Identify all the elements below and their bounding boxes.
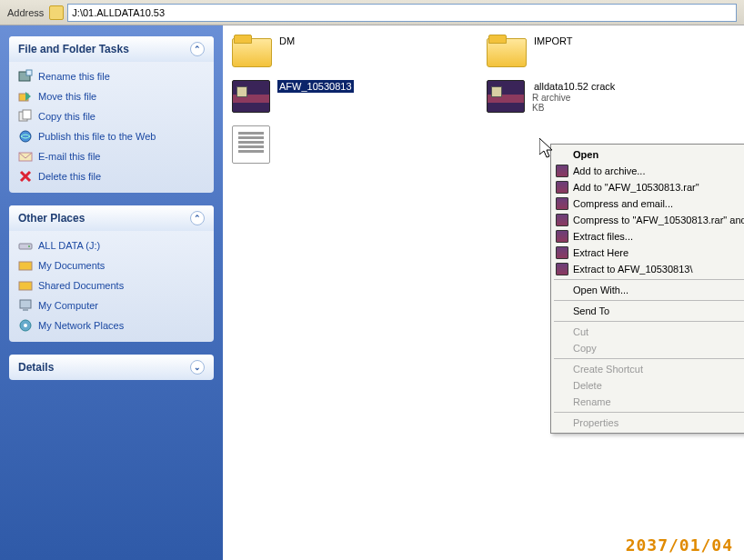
panel-header-places[interactable]: Other Places ⌃ bbox=[9, 205, 214, 231]
menu-extract-here[interactable]: Extract Here bbox=[553, 245, 744, 261]
archive-icon bbox=[556, 181, 568, 194]
menu-create-shortcut[interactable]: Create Shortcut bbox=[553, 361, 744, 377]
menu-properties[interactable]: Properties bbox=[553, 415, 744, 431]
menu-add-to-named[interactable]: Add to "AFW_10530813.rar" bbox=[553, 179, 744, 195]
menu-copy[interactable]: Copy bbox=[553, 340, 744, 356]
chevron-up-icon: ⌃ bbox=[190, 211, 205, 225]
svg-rect-12 bbox=[23, 309, 28, 311]
menu-add-archive[interactable]: Add to archive... bbox=[553, 163, 744, 179]
file-label: DM bbox=[277, 35, 297, 47]
panel-header-tasks[interactable]: File and Folder Tasks ⌃ bbox=[9, 36, 214, 62]
archive-icon bbox=[556, 165, 568, 177]
rar-archive-icon bbox=[487, 80, 525, 113]
folder-icon bbox=[18, 258, 33, 273]
panel-other-places: Other Places ⌃ ALL DATA (J:) My Document… bbox=[9, 205, 214, 342]
place-shared[interactable]: Shared Documents bbox=[18, 278, 205, 293]
file-size: KB bbox=[532, 103, 617, 113]
file-label: AFW_10530813 bbox=[277, 80, 354, 93]
svg-point-8 bbox=[28, 245, 30, 247]
file-item-crack[interactable]: alldata10.52 crack R archive KB bbox=[487, 80, 714, 113]
menu-separator bbox=[554, 321, 744, 322]
svg-rect-9 bbox=[19, 262, 32, 270]
place-network[interactable]: My Network Places bbox=[18, 318, 205, 333]
menu-delete[interactable]: Delete bbox=[553, 377, 744, 394]
menu-rename[interactable]: Rename bbox=[553, 394, 744, 410]
menu-compress-email[interactable]: Compress and email... bbox=[553, 195, 744, 212]
archive-icon bbox=[556, 214, 568, 226]
menu-separator bbox=[554, 412, 744, 413]
network-icon bbox=[18, 318, 33, 333]
address-bar: Address bbox=[0, 0, 744, 25]
menu-separator bbox=[554, 300, 744, 301]
panel-title: Other Places bbox=[18, 212, 85, 225]
menu-send-to[interactable]: Send To▶ bbox=[553, 303, 744, 319]
folder-icon bbox=[232, 35, 270, 67]
task-email[interactable]: E-mail this file bbox=[18, 149, 205, 164]
panel-file-tasks: File and Folder Tasks ⌃ Rename this file… bbox=[9, 36, 214, 193]
panel-details: Details ⌄ bbox=[9, 355, 214, 380]
file-label: IMPORT bbox=[532, 35, 575, 47]
archive-icon bbox=[556, 197, 568, 210]
menu-extract-files[interactable]: Extract files... bbox=[553, 228, 744, 245]
menu-open[interactable]: Open bbox=[553, 146, 744, 163]
menu-separator bbox=[554, 358, 744, 359]
svg-rect-4 bbox=[23, 110, 31, 119]
menu-compress-to-email[interactable]: Compress to "AFW_10530813.rar" and email bbox=[553, 212, 744, 228]
file-pane[interactable]: DM IMPORT AFW_10530813 alldata10.52 bbox=[223, 25, 744, 560]
delete-icon bbox=[18, 169, 33, 184]
task-delete[interactable]: Delete this file bbox=[18, 169, 205, 184]
panel-header-details[interactable]: Details ⌄ bbox=[9, 355, 214, 380]
task-rename[interactable]: Rename this file bbox=[18, 69, 205, 84]
svg-rect-11 bbox=[20, 300, 31, 308]
svg-point-14 bbox=[24, 324, 27, 327]
copy-icon bbox=[18, 109, 33, 124]
rename-icon bbox=[18, 69, 33, 84]
file-item-afw[interactable]: AFW_10530813 bbox=[232, 80, 459, 113]
task-copy[interactable]: Copy this file bbox=[18, 109, 205, 124]
file-item-txt[interactable] bbox=[232, 125, 459, 164]
folder-icon bbox=[487, 35, 525, 67]
menu-open-with[interactable]: Open With... bbox=[553, 282, 744, 298]
address-input[interactable] bbox=[67, 4, 737, 22]
panel-title: File and Folder Tasks bbox=[18, 43, 129, 55]
place-drive[interactable]: ALL DATA (J:) bbox=[18, 238, 205, 253]
place-mydocs[interactable]: My Documents bbox=[18, 258, 205, 273]
drive-icon bbox=[18, 238, 33, 253]
move-icon bbox=[18, 89, 33, 104]
menu-cut[interactable]: Cut bbox=[553, 324, 744, 340]
context-menu: Open Add to archive... Add to "AFW_10530… bbox=[550, 144, 744, 434]
text-file-icon bbox=[232, 125, 270, 164]
archive-icon bbox=[556, 263, 568, 275]
file-type: R archive bbox=[532, 93, 617, 103]
archive-icon bbox=[556, 246, 568, 259]
email-icon bbox=[18, 149, 33, 164]
folder-item-dm[interactable]: DM bbox=[232, 35, 459, 67]
svg-rect-1 bbox=[26, 70, 32, 75]
folder-icon bbox=[18, 278, 33, 293]
chevron-down-icon: ⌄ bbox=[190, 360, 205, 375]
computer-icon bbox=[18, 298, 33, 313]
task-move[interactable]: Move this file bbox=[18, 89, 205, 104]
chevron-up-icon: ⌃ bbox=[190, 42, 205, 56]
menu-separator bbox=[554, 279, 744, 280]
address-label: Address bbox=[7, 7, 44, 18]
folder-item-import[interactable]: IMPORT bbox=[487, 35, 714, 67]
globe-icon bbox=[18, 129, 33, 144]
svg-rect-10 bbox=[19, 282, 32, 290]
file-label: alldata10.52 crack bbox=[532, 80, 617, 93]
place-mycomputer[interactable]: My Computer bbox=[18, 298, 205, 313]
task-publish[interactable]: Publish this file to the Web bbox=[18, 129, 205, 144]
rar-archive-icon bbox=[232, 80, 270, 113]
archive-icon bbox=[556, 230, 568, 243]
folder-icon bbox=[49, 5, 64, 20]
sidebar: File and Folder Tasks ⌃ Rename this file… bbox=[0, 25, 223, 560]
menu-extract-to[interactable]: Extract to AFW_10530813\ bbox=[553, 261, 744, 277]
panel-title: Details bbox=[18, 361, 54, 374]
